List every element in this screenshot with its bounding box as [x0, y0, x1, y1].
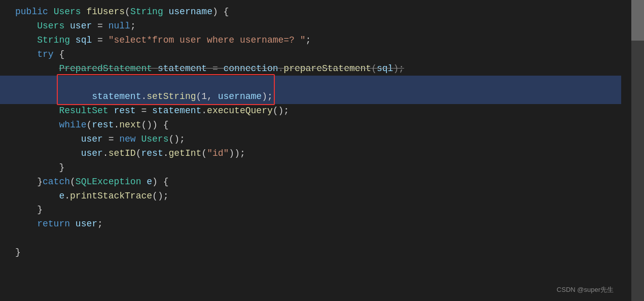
code-line-4: try {: [15, 48, 621, 62]
code-line-15: return user;: [15, 217, 621, 231]
scrollbar[interactable]: [631, 0, 644, 301]
code-line-11: }: [15, 161, 621, 175]
code-line-16: [15, 231, 621, 246]
code-line-1: public Users fiUsers(String username) {: [15, 5, 621, 19]
scrollbar-thumb[interactable]: [631, 0, 644, 41]
code-line-3: String sql = "select*from user where use…: [15, 34, 621, 48]
code-line-17: }: [15, 246, 621, 260]
code-line-9: user = new Users();: [15, 132, 621, 147]
code-line-5: PreparedStatement statement = connection…: [15, 62, 621, 76]
code-line-12: }catch(SQLException e) {: [15, 175, 621, 189]
code-line-13: e.printStackTrace();: [15, 189, 621, 204]
code-line-10: user.setID(rest.getInt("id"));: [15, 147, 621, 161]
code-line-7: ResultSet rest = statement.executeQuery(…: [15, 104, 621, 118]
code-line-8: while(rest.next()) {: [15, 118, 621, 132]
code-line-14: }: [15, 203, 621, 217]
code-line-6: statement.setString(1, username);: [0, 76, 621, 104]
code-line-2: Users user = null;: [15, 19, 621, 34]
watermark: CSDN @super先生: [557, 285, 614, 295]
code-block: public Users fiUsers(String username) { …: [0, 0, 631, 301]
